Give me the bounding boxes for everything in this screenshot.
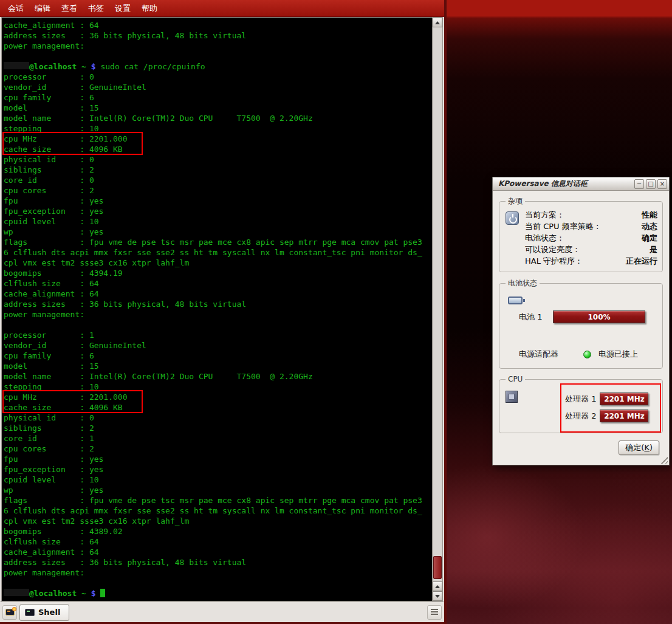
window-buttons: −□× <box>633 179 667 189</box>
info-value: 正在运行 <box>626 255 657 267</box>
terminal-output-line: clflush size : 64 <box>4 278 430 289</box>
cpu-row: 处理器 12201 MHz <box>565 393 657 405</box>
terminal-output-line: power management: <box>4 309 430 320</box>
terminal-output-line: flags : fpu vme de pse tsc msr pae mce c… <box>4 495 430 506</box>
info-label: 当前 CPU 频率策略： <box>525 221 602 232</box>
cpu-group-legend: CPU <box>506 375 525 383</box>
arrow-up-icon <box>435 21 440 24</box>
info-value: 确定 <box>642 232 657 244</box>
terminal-output-line: cpu cores : 2 <box>4 444 430 454</box>
terminal-output-line: physical id : 0 <box>4 154 430 165</box>
terminal-output-line: bogomips : 4394.19 <box>4 268 430 278</box>
terminal-scrollbar[interactable] <box>432 18 442 601</box>
ok-label: 确定( <box>625 443 644 452</box>
battery-group: 电池状态 电池 1 100% 电源适配器 电源已接上 <box>499 278 663 369</box>
terminal-output-line: address sizes : 36 bits physical, 48 bit… <box>4 557 430 567</box>
scrollbar-thumb[interactable] <box>433 556 442 579</box>
shell-tab[interactable]: Shell <box>19 604 69 621</box>
minimize-button[interactable]: − <box>634 179 644 189</box>
menu-item-bookmarks[interactable]: 书签 <box>84 0 108 17</box>
maximize-button[interactable]: □ <box>646 179 656 189</box>
dialog-body: 杂项 当前方案：性能当前 CPU 频率策略：动态电池状态：确定可以设定亮度：是H… <box>493 191 669 465</box>
terminal-output-line: siblings : 2 <box>4 423 430 433</box>
prompt-symbol: $ <box>86 62 100 71</box>
dialog-titlebar[interactable]: KPowersave 信息对话框 −□× <box>493 177 669 191</box>
censored-username <box>4 62 29 69</box>
terminal-blank-line <box>4 51 430 61</box>
terminal-output-line: physical id : 0 <box>4 413 430 423</box>
terminal-prompt-line: @localhost ~ $ <box>4 588 430 598</box>
cpu-frequency-bar: 2201 MHz <box>600 393 648 405</box>
prompt-host: @localhost ~ <box>29 589 86 598</box>
cpu-group: CPU 处理器 12201 MHz处理器 22201 MHz <box>499 375 663 433</box>
scroll-up-button[interactable] <box>433 18 442 27</box>
terminal-blank-line <box>4 578 430 588</box>
info-row: 可以设定亮度：是 <box>525 244 657 255</box>
cpu-label: 处理器 1 <box>565 394 596 405</box>
cpu-frequency-bar: 2201 MHz <box>600 410 648 422</box>
terminal-output-line: clflush size : 64 <box>4 537 430 547</box>
terminal-output-line: cache size : 4096 KB <box>4 144 430 154</box>
info-label: 可以设定亮度： <box>525 244 580 255</box>
dialog-title: KPowersave 信息对话框 <box>498 179 633 189</box>
terminal-output-line: core id : 0 <box>4 175 430 185</box>
info-value: 性能 <box>642 209 657 221</box>
menu-item-settings[interactable]: 设置 <box>111 0 135 17</box>
info-label: HAL 守护程序： <box>525 255 583 267</box>
terminal-output-line: fpu : yes <box>4 454 430 464</box>
shell-tab-label: Shell <box>38 608 60 617</box>
cpu-frequency-rows: 处理器 12201 MHz处理器 22201 MHz <box>565 386 657 428</box>
session-tabbar: Shell <box>0 602 444 622</box>
ok-button[interactable]: 确定(K) <box>619 441 659 455</box>
terminal-output-line: cache_alignment : 64 <box>4 547 430 557</box>
terminal-output-line: fpu_exception : yes <box>4 206 430 216</box>
terminal-cursor <box>100 589 105 597</box>
terminal-output-line: fpu : yes <box>4 196 430 206</box>
new-session-icon <box>5 609 15 615</box>
ok-label-end: ) <box>650 443 653 452</box>
scroll-down-button[interactable] <box>433 591 442 601</box>
kpowersave-dialog: KPowersave 信息对话框 −□× 杂项 当前方案：性能当前 CPU 频率… <box>492 177 670 465</box>
battery-icon <box>508 297 523 304</box>
new-session-button[interactable] <box>2 605 17 620</box>
info-row: 当前 CPU 频率策略：动态 <box>525 221 657 232</box>
session-list-button[interactable] <box>427 605 442 620</box>
info-label: 电池状态： <box>525 232 564 244</box>
terminal-output-line: cpu MHz : 2201.000 <box>4 392 430 402</box>
battery-label: 电池 1 <box>519 312 553 323</box>
terminal-output-line: model name : Intel(R) Core(TM)2 Duo CPU … <box>4 113 430 123</box>
scroll-up-button-bottom[interactable] <box>433 581 442 591</box>
terminal-output-line: cpl vmx est tm2 ssse3 cx16 xtpr lahf_lm <box>4 516 430 526</box>
terminal-output-line: 6 clflush dts acpi mmx fxsr sse sse2 ss … <box>4 247 430 258</box>
terminal-output-line: 6 clflush dts acpi mmx fxsr sse sse2 ss … <box>4 506 430 516</box>
terminal-output-line: model name : Intel(R) Core(TM)2 Duo CPU … <box>4 371 430 382</box>
info-value: 是 <box>650 244 657 255</box>
arrow-down-icon <box>435 595 440 598</box>
battery-percentage: 100% <box>588 313 610 321</box>
terminal-blank-line <box>4 320 430 330</box>
terminal-output-line: vendor_id : GenuineIntel <box>4 340 430 351</box>
menu-item-view[interactable]: 查看 <box>57 0 81 17</box>
terminal-output-line: stepping : 10 <box>4 382 430 392</box>
misc-info-rows: 当前方案：性能当前 CPU 频率策略：动态电池状态：确定可以设定亮度：是HAL … <box>525 209 657 267</box>
close-button[interactable]: × <box>657 179 667 189</box>
adapter-row: 电源适配器 电源已接上 <box>504 349 657 360</box>
terminal-output-line: power management: <box>4 41 430 51</box>
terminal-output-line: cpu family : 6 <box>4 351 430 361</box>
censored-username <box>4 589 29 596</box>
terminal-output-line: cache_alignment : 64 <box>4 20 430 30</box>
menu-item-help[interactable]: 帮助 <box>137 0 162 17</box>
terminal-output-line: wp : yes <box>4 485 430 495</box>
terminal-output-line: bogomips : 4389.02 <box>4 526 430 537</box>
terminal-output-line: model : 15 <box>4 103 430 113</box>
terminal-screen[interactable]: cache_alignment : 64address sizes : 36 b… <box>1 17 443 602</box>
menu-item-session[interactable]: 会话 <box>4 0 28 17</box>
session-list-icon <box>431 609 438 616</box>
terminal-menubar: 会话编辑查看书签设置帮助 <box>0 0 444 17</box>
info-value: 动态 <box>642 221 657 232</box>
terminal-output-line: stepping : 10 <box>4 123 430 134</box>
misc-group-legend: 杂项 <box>506 196 525 207</box>
arrow-up-icon <box>435 585 440 588</box>
prompt-command: sudo cat /proc/cpuinfo <box>100 62 205 71</box>
menu-item-edit[interactable]: 编辑 <box>30 0 55 17</box>
